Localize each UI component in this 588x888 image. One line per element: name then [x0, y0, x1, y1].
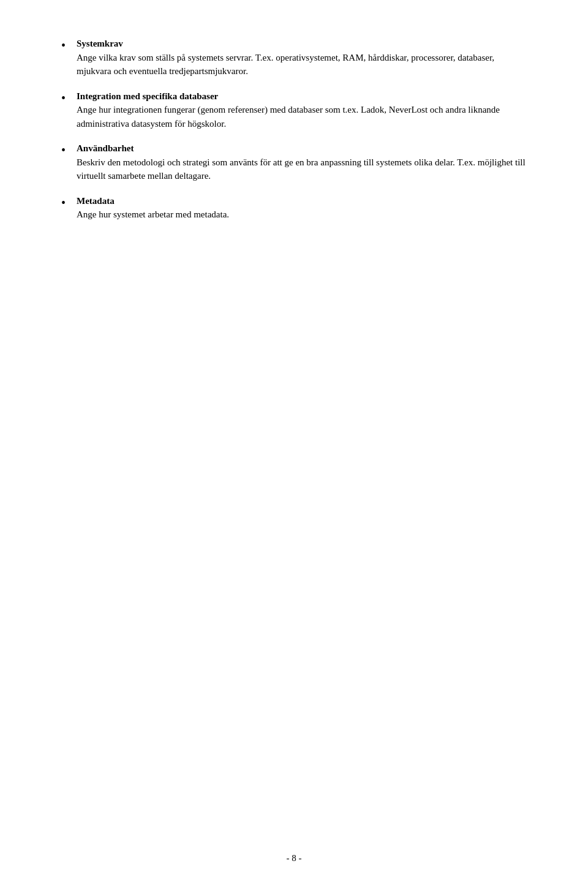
- page-number: - 8 -: [287, 853, 302, 863]
- bullet-body-metadata: Ange hur systemet arbetar med metadata.: [77, 209, 229, 219]
- list-item: • Integration med specifika databaser An…: [61, 89, 527, 131]
- list-item: • Metadata Ange hur systemet arbetar med…: [61, 194, 527, 222]
- page-footer: - 8 -: [0, 853, 588, 864]
- bullet-body-integration: Ange hur integrationen fungerar (genom r…: [77, 105, 500, 129]
- list-item: • Systemkrav Ange vilka krav som ställs …: [61, 37, 527, 78]
- list-item: • Användbarhet Beskriv den metodologi oc…: [61, 141, 527, 183]
- bullet-body-anvandbarhet: Beskriv den metodologi och strategi som …: [77, 157, 526, 181]
- bullet-title-metadata: Metadata: [77, 196, 115, 206]
- bullet-list: • Systemkrav Ange vilka krav som ställs …: [61, 37, 527, 222]
- bullet-body-systemkrav: Ange vilka krav som ställs på systemets …: [77, 53, 494, 77]
- bullet-title-anvandbarhet: Användbarhet: [77, 143, 134, 153]
- bullet-text-metadata: Metadata Ange hur systemet arbetar med m…: [77, 194, 527, 222]
- bullet-text-systemkrav: Systemkrav Ange vilka krav som ställs på…: [77, 37, 527, 78]
- bullet-dot: •: [61, 141, 66, 159]
- bullet-text-anvandbarhet: Användbarhet Beskriv den metodologi och …: [77, 141, 527, 183]
- bullet-dot: •: [61, 89, 66, 107]
- bullet-dot: •: [61, 37, 66, 54]
- page-content: • Systemkrav Ange vilka krav som ställs …: [0, 0, 588, 282]
- bullet-title-systemkrav: Systemkrav: [77, 39, 123, 48]
- bullet-title-integration: Integration med specifika databaser: [77, 91, 218, 101]
- bullet-text-integration: Integration med specifika databaser Ange…: [77, 89, 527, 131]
- bullet-dot: •: [61, 194, 66, 211]
